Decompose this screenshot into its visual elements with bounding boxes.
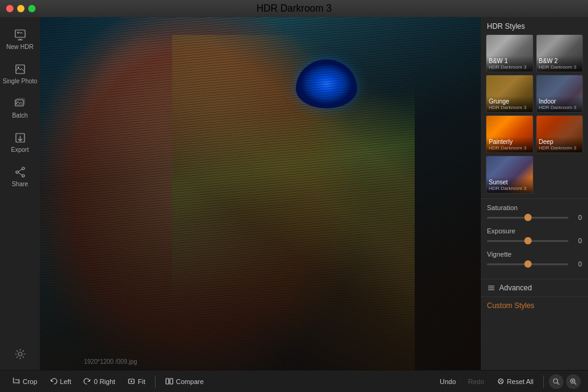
saturation-label: Saturation [487,204,582,211]
styles-grid: B&W 1 HDR Darkroom 3 B&W 2 HDR Darkroom … [481,34,588,198]
undo-button[interactable]: Undo [435,376,461,387]
custom-styles-label: Custom Styles [487,301,534,310]
new-hdr-icon [13,28,27,42]
style-sub-sunset: HDR Darkroom 3 [489,186,530,191]
style-sub-deep: HDR Darkroom 3 [539,145,581,151]
style-thumb-label-bw2: B&W 2 HDR Darkroom 3 [537,56,583,72]
style-sub-grunge: HDR Darkroom 3 [489,105,530,110]
compare-label: Compare [176,378,203,385]
redo-button[interactable]: Redo [463,376,489,387]
sidebar-item-export[interactable]: Export [0,126,40,158]
right-label: 0 Right [94,378,115,385]
svg-point-11 [22,175,24,177]
exposure-label: Exposure [487,227,582,235]
style-thumb-label-indoor: Indoor HDR Darkroom 3 [537,96,583,112]
saturation-thumb[interactable] [524,214,532,221]
saturation-value: 0 [572,214,582,221]
svg-rect-0 [15,30,25,37]
style-name-indoor: Indoor [539,98,581,105]
saturation-track[interactable] [487,217,568,219]
svg-point-14 [18,352,22,356]
svg-rect-22 [170,379,173,384]
redo-label: Redo [468,378,484,385]
sidebar-item-single-photo-label: Single Photo [2,78,37,85]
sliders-section: Saturation 0 Exposure 0 [481,198,588,279]
bottom-toolbar: Crop Left 0 Right Fit Compare Undo [0,370,588,392]
search-button[interactable] [549,374,564,389]
svg-point-10 [16,171,18,173]
minimize-button[interactable] [17,5,24,12]
zoom-button[interactable] [566,374,581,389]
sidebar-item-share-label: Share [12,181,28,187]
style-thumb-sunset[interactable]: Sunset HDR Darkroom 3 [486,156,533,194]
fit-icon [127,377,135,385]
reset-all-button[interactable]: Reset All [492,375,538,387]
style-thumb-label-grunge: Grunge HDR Darkroom 3 [486,96,533,112]
crop-label: Crop [23,378,37,385]
sidebar-item-share[interactable]: Share [0,160,40,192]
svg-line-29 [575,382,576,384]
svg-line-25 [557,382,559,384]
vignette-label: Vignette [487,251,582,258]
main-layout: New HDR Single Photo Batch [0,17,588,370]
sidebar-item-batch[interactable]: Batch [0,92,40,124]
single-photo-icon [13,62,27,76]
style-thumb-grunge[interactable]: Grunge HDR Darkroom 3 [486,75,533,113]
sidebar: New HDR Single Photo Batch [0,17,40,370]
app-title: HDR Darkroom 3 [257,3,332,14]
reset-all-label: Reset All [507,378,533,385]
right-button[interactable]: 0 Right [78,375,120,387]
right-panel: HDR Styles B&W 1 HDR Darkroom 3 B&W 2 HD… [481,17,588,370]
crop-icon [12,377,20,385]
left-label: Left [60,378,71,385]
style-name-painterly: Painterly [489,138,530,145]
style-name-bw2: B&W 2 [539,58,581,64]
vignette-thumb[interactable] [524,260,532,268]
search-icon [552,378,560,385]
batch-icon [13,97,27,110]
fit-label: Fit [138,378,145,385]
crop-button[interactable]: Crop [7,375,42,387]
file-info: 1920*1200 /009.jpg [84,358,137,365]
saturation-row: Saturation 0 [487,204,582,221]
svg-rect-21 [166,379,169,384]
undo-label: Undo [440,378,456,385]
share-icon [13,165,27,179]
maximize-button[interactable] [28,5,36,12]
style-sub-bw2: HDR Darkroom 3 [539,64,581,70]
compare-button[interactable]: Compare [160,375,208,387]
vignette-track[interactable] [487,263,568,265]
custom-styles-button[interactable]: Custom Styles [481,296,588,314]
settings-icon [14,348,26,360]
sidebar-item-settings[interactable] [0,343,40,365]
style-name-sunset: Sunset [489,179,530,186]
saturation-control: 0 [487,214,582,221]
style-thumb-bw2[interactable]: B&W 2 HDR Darkroom 3 [536,34,584,72]
sidebar-item-single-photo[interactable]: Single Photo [0,58,40,89]
compare-icon [165,377,173,385]
left-button[interactable]: Left [45,375,76,387]
vignette-control: 0 [487,260,582,268]
advanced-button[interactable]: Advanced [481,279,588,296]
style-thumb-label-deep: Deep HDR Darkroom 3 [537,137,583,153]
style-thumb-label-sunset: Sunset HDR Darkroom 3 [486,177,533,193]
exposure-track[interactable] [487,240,568,242]
reset-icon [497,377,505,385]
svg-point-9 [22,167,24,170]
svg-line-13 [18,173,22,175]
exposure-control: 0 [487,237,582,244]
svg-point-1 [17,32,18,33]
style-name-bw1: B&W 1 [489,58,530,64]
sidebar-item-new-hdr[interactable]: New HDR [0,23,40,55]
close-button[interactable] [6,5,13,12]
toolbar-sep-1 [155,375,156,388]
toolbar-sep-2 [543,375,544,388]
style-thumb-painterly[interactable]: Painterly HDR Darkroom 3 [486,115,533,153]
style-thumb-bw1[interactable]: B&W 1 HDR Darkroom 3 [486,34,533,72]
style-name-grunge: Grunge [489,98,530,105]
fit-button[interactable]: Fit [123,375,150,387]
style-thumb-indoor[interactable]: Indoor HDR Darkroom 3 [536,75,584,113]
style-thumb-deep[interactable]: Deep HDR Darkroom 3 [536,115,584,153]
exposure-thumb[interactable] [524,237,532,244]
advanced-label: Advanced [499,284,532,292]
